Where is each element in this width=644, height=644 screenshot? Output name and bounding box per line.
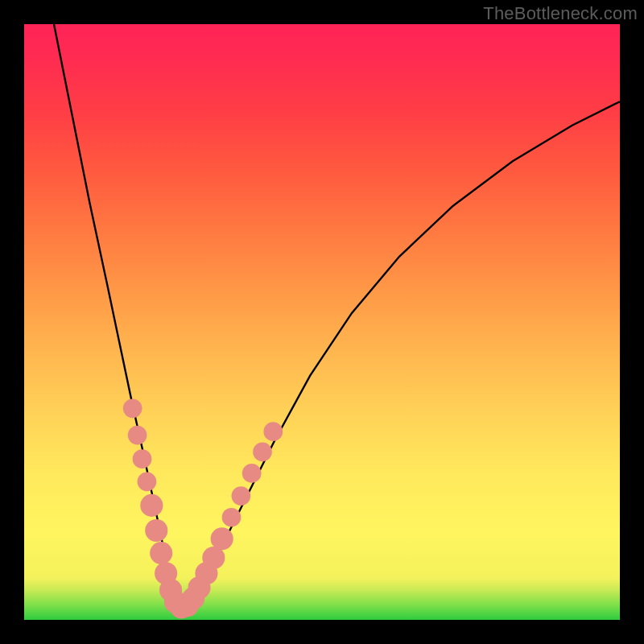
curve-marker [140, 494, 163, 517]
watermark-text: TheBottleneck.com [483, 3, 638, 24]
curve-marker [232, 486, 251, 506]
curve-marker [211, 527, 233, 550]
curve-marker [133, 449, 152, 469]
highlighted-points [123, 398, 283, 618]
curve-marker [123, 398, 142, 418]
curve-marker [253, 442, 272, 461]
curve-marker [263, 422, 283, 441]
chart-frame: TheBottleneck.com [0, 0, 644, 644]
curve-marker [242, 464, 262, 483]
chart-svg [24, 24, 620, 620]
curve-marker [128, 426, 147, 445]
curve-marker [150, 542, 172, 564]
curve-marker [145, 519, 167, 542]
curve-marker [222, 508, 242, 527]
bottleneck-curve [54, 24, 620, 608]
curve-marker [138, 472, 157, 491]
